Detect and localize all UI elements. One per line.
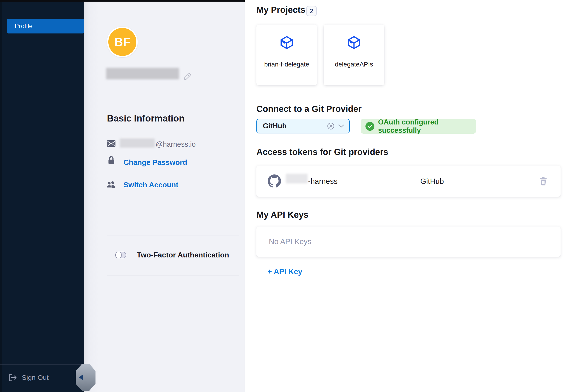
access-tokens-title: Access tokens for Git providers [256, 147, 388, 157]
sidebar: Profile Sign Out [0, 2, 84, 392]
git-provider-selected-value: GitHub [257, 122, 327, 130]
top-strip [0, 0, 245, 2]
delete-icon [540, 177, 547, 185]
sidebar-item-label: Profile [7, 23, 33, 30]
projects-count-badge: 2 [306, 6, 317, 16]
user-profile-page: Profile Sign Out BF Basic Information [0, 0, 567, 392]
lock-icon [108, 156, 115, 165]
change-password-link[interactable]: Change Password [123, 158, 187, 167]
switch-account-link[interactable]: Switch Account [123, 181, 178, 189]
api-keys-empty-card: No API Keys [256, 226, 561, 257]
sidebar-item-profile[interactable]: Profile [7, 19, 84, 33]
two-factor-label: Two-Factor Authentication [137, 251, 229, 259]
basic-information-title: Basic Information [107, 113, 185, 124]
sign-out-button[interactable]: Sign Out [8, 373, 49, 382]
panel-divider-top [107, 235, 239, 236]
github-icon [268, 174, 281, 188]
api-keys-empty-text: No API Keys [269, 237, 311, 246]
email-domain: @harness.io [156, 140, 196, 149]
sign-out-icon [8, 373, 18, 382]
project-icon [280, 36, 294, 50]
user-name-redacted [106, 68, 179, 79]
project-name: brian-f-delegate [256, 61, 317, 68]
oauth-status-badge: OAuth configured successfully [361, 119, 476, 134]
panel-divider-bottom [107, 276, 239, 276]
delete-token-button[interactable] [540, 177, 547, 186]
api-keys-title: My API Keys [256, 210, 309, 220]
my-projects-title: My Projects [256, 5, 305, 15]
avatar: BF [107, 27, 138, 57]
collapse-icon [79, 375, 83, 380]
success-icon [365, 122, 374, 131]
sidebar-collapse-handle[interactable] [76, 364, 95, 391]
project-icon [347, 36, 361, 50]
email-icon [107, 140, 116, 148]
clear-icon[interactable] [327, 122, 334, 130]
edit-name-button[interactable] [182, 72, 191, 82]
project-card-brian-f-delegate[interactable]: brian-f-delegate [256, 25, 317, 85]
token-username-suffix: -harness [308, 177, 337, 186]
edit-icon [182, 72, 191, 81]
token-username-redacted [286, 174, 308, 183]
sidebar-divider [0, 364, 84, 364]
switch-account-icon [106, 181, 116, 189]
oauth-status-text: OAuth configured successfully [378, 118, 476, 135]
token-provider: GitHub [420, 177, 444, 186]
toggle-knob [115, 252, 122, 258]
git-provider-title: Connect to a Git Provider [256, 104, 361, 114]
email-user-redacted [120, 139, 155, 148]
avatar-initials: BF [114, 35, 130, 49]
chevron-down-icon [338, 124, 344, 128]
add-api-key-button[interactable]: + API Key [268, 267, 302, 276]
access-token-row: -harness GitHub [256, 166, 561, 197]
project-name: delegateAPIs [324, 61, 384, 68]
profile-panel [84, 2, 245, 392]
git-provider-select[interactable]: GitHub [256, 119, 350, 133]
project-card-delegateAPIs[interactable]: delegateAPIs [324, 25, 384, 85]
sign-out-label: Sign Out [22, 374, 49, 381]
two-factor-toggle[interactable] [115, 252, 126, 258]
